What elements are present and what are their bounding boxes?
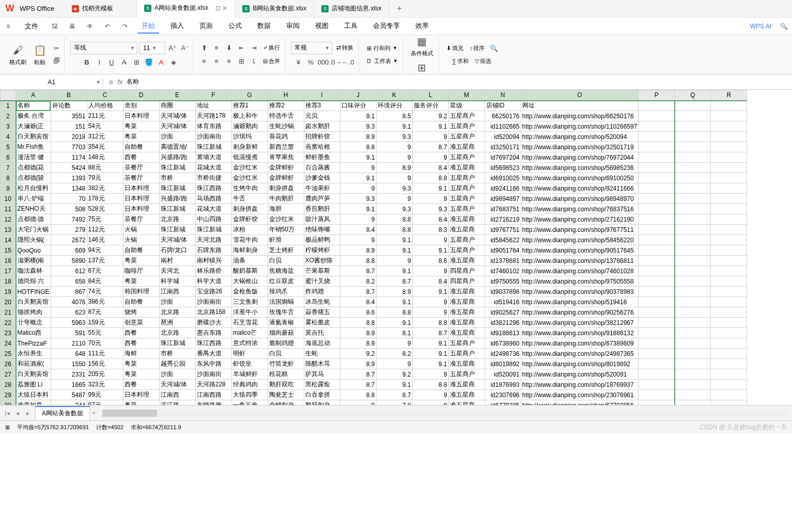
cell[interactable]: 2110 (51, 338, 87, 349)
cell[interactable]: 炸鸡翅 (304, 287, 340, 297)
cell[interactable] (711, 111, 747, 121)
align-center-button[interactable]: ≡ (211, 56, 222, 67)
cell[interactable]: 东风中路 (195, 359, 231, 369)
column-header[interactable]: H (268, 90, 304, 101)
cell[interactable]: 8.6 (340, 307, 376, 318)
cell[interactable]: 151 (51, 121, 87, 132)
cell[interactable]: 粤菜 (123, 369, 159, 380)
cell[interactable]: id3821296 (485, 318, 521, 328)
cell[interactable]: ThePizzaF (16, 338, 51, 349)
cell[interactable]: 79元 (87, 173, 123, 183)
cell[interactable]: 琶洲 (159, 318, 195, 328)
cell[interactable] (711, 287, 747, 297)
cell[interactable]: 5963 (51, 318, 87, 328)
add-tab-button[interactable]: ＋ (389, 3, 410, 14)
convert-button[interactable]: ⇄转换 (334, 43, 355, 53)
cell[interactable]: 荔雅图 Li (16, 380, 51, 390)
cell[interactable]: 7703 (51, 142, 87, 152)
cell[interactable]: http://www.dianping.com/shop/90256276 (521, 307, 639, 318)
cell[interactable]: 9.1 (412, 287, 448, 297)
cell[interactable]: 滨江路 (159, 400, 195, 405)
cell[interactable]: id2716219 (485, 214, 521, 225)
cell[interactable]: 生烤牛肉 (231, 183, 268, 194)
cell[interactable]: 9 (340, 400, 376, 405)
cell[interactable]: 黄埔大道 (195, 152, 231, 163)
cell[interactable]: 番禺大道 (195, 349, 231, 359)
cell[interactable]: http://www.dianping.com/shop/110266597 (521, 121, 639, 132)
comma-button[interactable]: 000 (318, 57, 329, 68)
cell[interactable]: 服务评分 (412, 101, 448, 111)
cell[interactable]: 推荐3 (304, 101, 340, 111)
cell[interactable]: http://www.dianping.com/shop/66250176 (521, 111, 639, 121)
cell[interactable]: 9.1 (376, 318, 412, 328)
cell[interactable] (711, 132, 747, 142)
cell[interactable]: 323元 (87, 380, 123, 390)
cell[interactable]: 528元 (87, 204, 123, 214)
fill-color-button[interactable]: 🪣 (144, 57, 154, 68)
cell[interactable]: 日本料理 (123, 111, 159, 121)
cell[interactable]: 沙面 (159, 297, 195, 307)
cell[interactable]: 新西兰螯 (268, 142, 304, 152)
sum-button[interactable]: ∑求和 (450, 56, 471, 66)
cell[interactable]: 五星商户 (448, 349, 485, 359)
cell[interactable]: 2018 (51, 132, 87, 142)
row-header[interactable]: 22 (1, 318, 16, 328)
first-sheet-button[interactable]: |◂ (3, 410, 11, 417)
row-header[interactable]: 29 (1, 390, 16, 400)
cell[interactable]: http://www.dianping.com/shop/8019892 (521, 359, 639, 369)
cell[interactable]: 林乐路侨 (195, 266, 231, 276)
document-tab[interactable]: SB网站美食数据.xlsx (235, 0, 314, 18)
cell[interactable]: 萨其马 (304, 369, 340, 380)
cell[interactable]: 591 (51, 328, 87, 338)
font-color-button[interactable]: A (156, 57, 166, 68)
cell[interactable] (675, 225, 711, 235)
cell[interactable]: 特选牛舌 (268, 111, 304, 121)
cell[interactable] (711, 163, 747, 173)
cell[interactable]: 9.1 (376, 121, 412, 132)
document-tab[interactable]: S店铺地图信息.xlsx (314, 0, 389, 18)
cell[interactable] (675, 256, 711, 266)
cell[interactable]: 刺身拼盘 (231, 204, 268, 214)
cell[interactable]: 珠江新城 (159, 338, 195, 349)
cell[interactable]: 8.7 (340, 287, 376, 297)
cell[interactable]: 8.6 (412, 256, 448, 266)
cell[interactable]: 9.1 (412, 121, 448, 132)
cell[interactable]: 9.3 (412, 204, 448, 214)
menu-item[interactable]: 会员专享 (369, 19, 404, 34)
cell[interactable]: 蒜香猪五 (304, 307, 340, 318)
cell[interactable]: QooQoo (16, 245, 51, 256)
row-header[interactable]: 12 (1, 214, 16, 225)
cell[interactable]: http://www.dianping.com/shop/519416 (521, 297, 639, 307)
cell[interactable]: 准五星商 (448, 400, 485, 405)
cell[interactable]: 韩国料理 (123, 287, 159, 297)
cell[interactable]: 87元 (87, 307, 123, 318)
cell[interactable]: 准五星商 (448, 307, 485, 318)
cell[interactable]: 658 (51, 276, 87, 287)
sort-button[interactable]: ↕排序 (468, 43, 487, 53)
cell[interactable]: 兴盛路/跑 (159, 152, 195, 163)
document-tab[interactable]: SA网站美食数据.xlsx⊡ ✕ (137, 0, 235, 18)
undo-icon[interactable]: ↶ (102, 23, 113, 30)
cell[interactable]: 67元 (87, 266, 123, 276)
cell[interactable]: 三文鱼刺 (231, 297, 268, 307)
cell[interactable]: 准五星商 (448, 328, 485, 338)
cell[interactable]: 点都德(花 (16, 163, 51, 173)
cell[interactable] (711, 266, 747, 276)
cell[interactable]: 雪花牛肉 (231, 235, 268, 245)
cell[interactable]: 9.2 (340, 349, 376, 359)
cell[interactable]: HOTFINGE (16, 287, 51, 297)
cell[interactable]: 评论数 (51, 101, 87, 111)
cell[interactable]: 市桥街捷 (195, 173, 231, 183)
cell[interactable] (639, 214, 675, 225)
cell[interactable]: 红豆双皮 (268, 276, 304, 287)
cell[interactable]: id9894897 (485, 194, 521, 204)
cell[interactable] (711, 173, 747, 183)
cell[interactable] (711, 276, 747, 287)
cell[interactable]: 8.3 (412, 225, 448, 235)
cell[interactable]: 珠江新城 (159, 225, 195, 235)
conditional-format-button[interactable]: ▦条件格式 (409, 33, 436, 58)
cell[interactable]: 珠江新城 (159, 163, 195, 173)
cell[interactable]: 1348 (51, 183, 87, 194)
bold-button[interactable]: B (82, 57, 92, 68)
filter-button[interactable]: ▽筛选 (473, 56, 493, 66)
